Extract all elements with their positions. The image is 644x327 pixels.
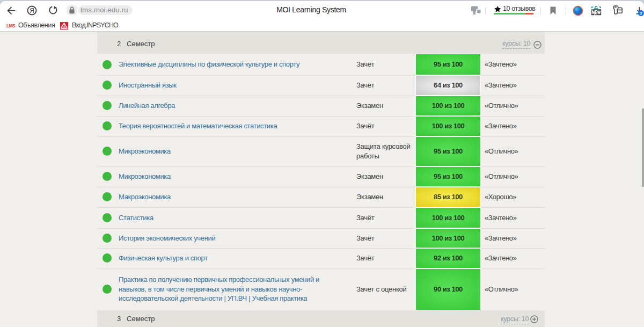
svg-text:Я: Я (30, 7, 34, 14)
